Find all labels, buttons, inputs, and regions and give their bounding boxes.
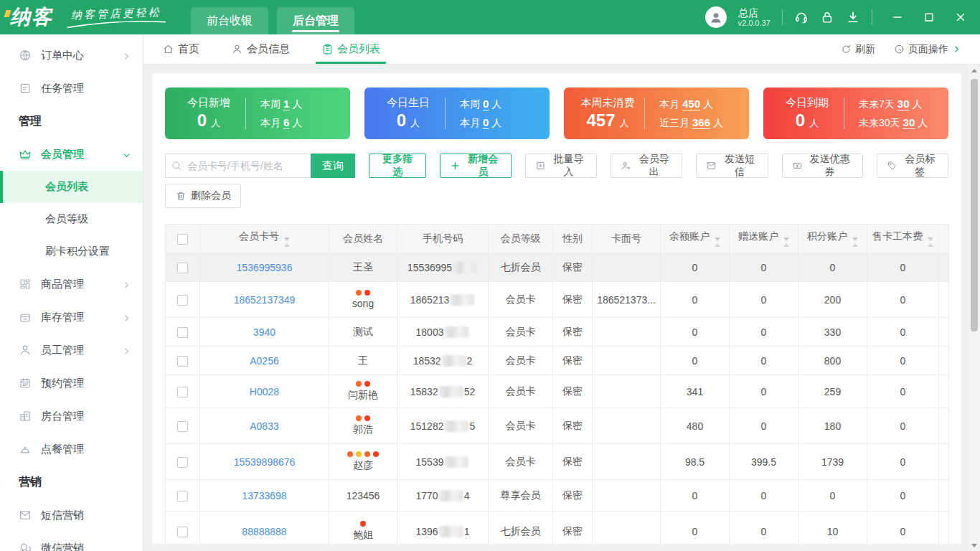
- member-card-no-link[interactable]: A0256: [250, 355, 278, 367]
- delete-member-button[interactable]: 删除会员: [165, 184, 241, 208]
- minimize-button[interactable]: [891, 11, 904, 24]
- sidebar-item[interactable]: 房台管理: [0, 400, 143, 433]
- column-header[interactable]: 余额账户: [661, 225, 730, 253]
- scrollbar-thumb[interactable]: [971, 79, 978, 331]
- content-tab[interactable]: 首页: [162, 34, 199, 64]
- sidebar-item[interactable]: 任务管理: [0, 72, 143, 105]
- query-button[interactable]: 查询: [311, 154, 355, 178]
- row-checkbox[interactable]: [177, 527, 188, 537]
- close-button[interactable]: [954, 11, 967, 24]
- row-checkbox[interactable]: [177, 295, 188, 306]
- sidebar-item[interactable]: 订单中心: [0, 39, 143, 72]
- column-header: 会员等级: [489, 225, 553, 253]
- sidebar-item[interactable]: 商品管理: [0, 268, 143, 301]
- sort-icon[interactable]: [715, 237, 720, 247]
- toolbar-button[interactable]: 发送优惠券: [782, 154, 863, 178]
- download-icon[interactable]: [846, 10, 860, 24]
- sidebar-subitem[interactable]: 会员列表: [0, 171, 143, 203]
- table-row[interactable]: 1373369812345617704尊享会员保密0000: [166, 480, 949, 512]
- sidebar-subitem[interactable]: 会员等级: [0, 203, 143, 235]
- toolbar-button[interactable]: 新增会员: [440, 154, 512, 178]
- sort-icon[interactable]: [928, 237, 933, 247]
- member-card-no-link[interactable]: A0833: [250, 420, 278, 432]
- sidebar-item[interactable]: 短信营销: [0, 499, 143, 532]
- search-input[interactable]: [165, 154, 311, 178]
- toolbar-button[interactable]: 会员标签: [877, 154, 948, 178]
- sidebar-item[interactable]: 会员管理: [0, 138, 143, 171]
- detail-unit: 人: [491, 98, 501, 110]
- row-checkbox[interactable]: [177, 263, 188, 273]
- toolbar-button-label: 批量导入: [550, 153, 587, 179]
- maximize-button[interactable]: [923, 11, 936, 24]
- column-header[interactable]: 积分账户: [798, 225, 867, 253]
- lock-icon[interactable]: [820, 10, 834, 24]
- sort-icon[interactable]: [284, 237, 290, 247]
- stat-card-unit: 人: [410, 118, 420, 128]
- row-checkbox[interactable]: [177, 491, 188, 501]
- sidebar-item-label: 商品管理: [41, 278, 84, 291]
- toolbar-button[interactable]: 批量导入: [525, 154, 597, 178]
- card-fee-cell: 0: [867, 282, 939, 318]
- row-checkbox[interactable]: [177, 327, 188, 338]
- table-row[interactable]: A0833郭浩1512825会员卡保密48001800: [166, 408, 949, 444]
- column-header[interactable]: 会员卡号: [200, 225, 329, 253]
- row-checkbox[interactable]: [177, 457, 188, 468]
- sidebar-subitem[interactable]: 刷卡积分设置: [0, 235, 143, 268]
- stat-card-value: 0人: [176, 110, 241, 131]
- toolbar-button[interactable]: 更多筛选: [369, 154, 426, 178]
- member-card-no-link[interactable]: 1536995936: [237, 262, 293, 273]
- table-row[interactable]: A0256王185322会员卡保密008000: [166, 347, 949, 375]
- tag-dot: [347, 451, 353, 457]
- sidebar-item[interactable]: 微信营销: [0, 532, 143, 551]
- page-actions-button[interactable]: 页面操作: [894, 43, 961, 56]
- content-tab[interactable]: 会员列表: [321, 34, 380, 64]
- member-card-no-link[interactable]: H0028: [250, 386, 279, 397]
- row-checkbox[interactable]: [177, 387, 188, 397]
- refresh-button[interactable]: 刷新: [841, 43, 875, 56]
- toolbar-button-label: 新增会员: [465, 153, 501, 179]
- avatar[interactable]: [705, 6, 727, 28]
- sidebar-item[interactable]: 预约管理: [0, 367, 143, 400]
- table-row[interactable]: 3940测试18003会员卡保密003300: [166, 318, 949, 347]
- member-card-no-link[interactable]: 3940: [253, 326, 275, 338]
- member-tag-dots: [329, 451, 397, 457]
- sidebar-item[interactable]: 库存管理: [0, 301, 143, 334]
- member-card-no-link[interactable]: 18652137349: [234, 294, 296, 306]
- stat-card-number: 457: [586, 110, 615, 130]
- table-row[interactable]: 15539898676赵彦15539会员卡保密98.5399.517390: [166, 444, 949, 480]
- row-checkbox[interactable]: [177, 421, 188, 432]
- phone-masked-segment: [439, 386, 463, 397]
- sidebar-item[interactable]: 员工管理: [0, 334, 143, 367]
- column-header[interactable]: 售卡工本费: [867, 225, 939, 253]
- vertical-scrollbar[interactable]: [969, 65, 980, 551]
- member-card-no-link[interactable]: 15539898676: [234, 456, 296, 468]
- toolbar-button[interactable]: 会员导出: [611, 154, 682, 178]
- support-headset-icon[interactable]: [794, 10, 809, 24]
- sidebar-subitem-label: 刷卡积分设置: [45, 245, 110, 258]
- scrollbar-down-arrow[interactable]: [969, 540, 980, 551]
- table-row[interactable]: H0028闫新艳1583252会员卡保密34102590: [166, 375, 949, 408]
- content-tab[interactable]: 会员信息: [231, 34, 290, 64]
- globe-icon: [19, 49, 32, 62]
- row-checkbox[interactable]: [177, 356, 188, 367]
- select-all-checkbox[interactable]: [177, 234, 188, 245]
- table-row[interactable]: 1536995936王圣15536995七折会员保密0000: [166, 253, 949, 282]
- member-card-no-link[interactable]: 13733698: [242, 490, 286, 501]
- mode-tab[interactable]: 前台收银: [191, 7, 268, 34]
- scrollbar-up-arrow[interactable]: [969, 65, 980, 76]
- member-card-no-link[interactable]: 88888888: [242, 526, 286, 537]
- sort-icon[interactable]: [852, 237, 858, 247]
- sidebar-item[interactable]: 点餐管理: [0, 433, 143, 466]
- stat-card-number: 0: [397, 110, 406, 130]
- stat-card-details: 未来7天30人未来30天30人: [844, 98, 941, 130]
- table-row[interactable]: 18652137349song1865213会员卡保密186521373...0…: [166, 282, 949, 318]
- member-name-cell: song: [329, 282, 397, 318]
- toolbar-button[interactable]: 发送短信: [696, 154, 768, 178]
- sort-icon[interactable]: [783, 237, 789, 247]
- table-row[interactable]: 88888888鲍姐13961七折会员保密00100: [166, 512, 949, 545]
- column-header[interactable]: 赠送账户: [730, 225, 798, 253]
- column-header: 性别: [553, 225, 593, 253]
- mode-tab[interactable]: 后台管理: [277, 7, 354, 34]
- row-select-cell: [166, 480, 200, 512]
- gift-account-cell: 0: [730, 480, 798, 512]
